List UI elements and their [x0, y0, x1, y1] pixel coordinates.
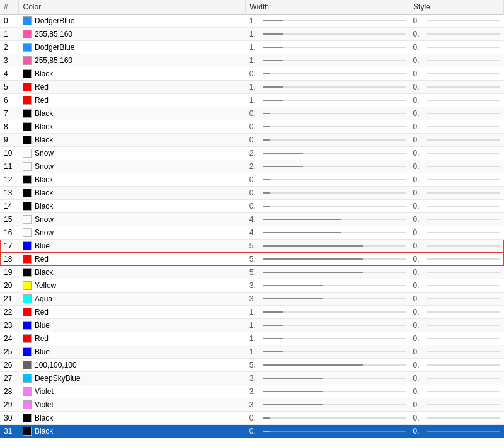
row-color: 255,85,160: [19, 54, 246, 67]
width-bar-fill: [263, 298, 323, 299]
table-row[interactable]: 19Black5.0.: [0, 266, 504, 279]
table-row[interactable]: 23Blue1.0.: [0, 319, 504, 332]
width-bar-track: [263, 47, 406, 48]
table-row[interactable]: 21Aqua3.0.: [0, 293, 504, 306]
color-label: Red: [35, 83, 49, 91]
row-id: 12: [0, 173, 19, 187]
color-swatch: [23, 387, 32, 396]
table-row[interactable]: 13Black0.0.: [0, 187, 504, 200]
style-bar-track: [427, 113, 500, 114]
table-row[interactable]: 24Red1.0.: [0, 332, 504, 345]
width-bar-fill: [263, 47, 284, 48]
row-color: Red: [19, 253, 246, 266]
row-style: 0.: [410, 41, 504, 54]
table-row[interactable]: 9Black0.0.: [0, 134, 504, 147]
color-swatch: [23, 175, 32, 184]
table-row[interactable]: 18Red5.0.: [0, 253, 504, 266]
style-bar-track: [427, 298, 500, 299]
style-value: 0.: [413, 109, 425, 118]
width-bar-fill: [263, 113, 270, 114]
row-style: 0.: [410, 28, 504, 41]
row-style: 0.: [410, 81, 504, 94]
table-row[interactable]: 22Red1.0.: [0, 306, 504, 319]
width-bar-fill: [263, 166, 303, 167]
row-width: 1.: [246, 319, 410, 332]
row-style: 0.: [410, 425, 504, 438]
style-bar-track: [427, 285, 500, 286]
table-row[interactable]: 31Black0.0.: [0, 425, 504, 438]
table-row[interactable]: 5Red1.0.: [0, 81, 504, 94]
width-bar-fill: [263, 206, 270, 207]
table-row[interactable]: 11Snow2.0.: [0, 160, 504, 173]
row-width: 5.: [246, 253, 410, 266]
row-color: Black: [19, 173, 246, 187]
row-width: 1.: [246, 94, 410, 107]
table-row[interactable]: 0DodgerBlue1.0.: [0, 15, 504, 28]
row-style: 0.: [410, 213, 504, 226]
table-row[interactable]: 25Blue1.0.: [0, 345, 504, 359]
table-row[interactable]: 27DeepSkyBlue3.0.: [0, 372, 504, 385]
style-value: 0.: [413, 387, 425, 396]
color-label: 100,100,100: [35, 361, 77, 369]
table-row[interactable]: 1255,85,1601.0.: [0, 28, 504, 41]
row-style: 0.: [410, 293, 504, 306]
table-row[interactable]: 14Black0.0.: [0, 200, 504, 213]
table-row[interactable]: 15Snow4.0.: [0, 213, 504, 226]
color-label: Black: [35, 189, 53, 197]
width-value: 5.: [249, 361, 261, 369]
data-table: # Color Width Style 0DodgerBlue1.0.1255,…: [0, 0, 504, 438]
table-row[interactable]: 16Snow4.0.: [0, 226, 504, 240]
style-value: 0.: [413, 69, 425, 78]
width-bar-track: [263, 60, 406, 61]
width-value: 0.: [249, 175, 261, 184]
row-id: 15: [0, 213, 19, 226]
style-value: 0.: [413, 294, 425, 303]
width-value: 3.: [249, 374, 261, 383]
table-row[interactable]: 7Black0.0.: [0, 107, 504, 120]
row-color: Black: [19, 425, 246, 438]
table-row[interactable]: 10Snow2.0.: [0, 147, 504, 160]
row-width: 2.: [246, 160, 410, 173]
width-bar-track: [263, 73, 406, 74]
table-row[interactable]: 20Yellow3.0.: [0, 279, 504, 293]
table-row[interactable]: 2DodgerBlue1.0.: [0, 41, 504, 54]
table-row[interactable]: 26100,100,1005.0.: [0, 359, 504, 372]
row-style: 0.: [410, 372, 504, 385]
width-bar-track: [263, 86, 406, 88]
row-color: 255,85,160: [19, 28, 246, 41]
width-bar-fill: [263, 258, 363, 260]
width-value: 5.: [249, 241, 261, 250]
row-color: Red: [19, 81, 246, 94]
width-bar-track: [263, 272, 406, 273]
table-row[interactable]: 28Violet3.0.: [0, 385, 504, 398]
style-value: 0.: [413, 43, 425, 52]
table-row[interactable]: 8Black0.0.: [0, 120, 504, 134]
width-value: 4.: [249, 215, 261, 224]
table-row[interactable]: 30Black0.0.: [0, 412, 504, 425]
table-row[interactable]: 3255,85,1601.0.: [0, 54, 504, 67]
row-id: 20: [0, 279, 19, 293]
row-width: 1.: [246, 54, 410, 67]
width-value: 0.: [249, 136, 261, 144]
color-swatch: [23, 109, 32, 118]
main-table-container[interactable]: # Color Width Style 0DodgerBlue1.0.1255,…: [0, 0, 504, 447]
color-swatch: [23, 334, 32, 343]
row-id: 24: [0, 332, 19, 345]
row-id: 30: [0, 412, 19, 425]
color-swatch: [23, 215, 32, 224]
row-style: 0.: [410, 67, 504, 81]
row-id: 14: [0, 200, 19, 213]
row-style: 0.: [410, 412, 504, 425]
style-bar-track: [427, 364, 500, 366]
table-row[interactable]: 12Black0.0.: [0, 173, 504, 187]
table-row[interactable]: 29Violet3.0.: [0, 398, 504, 412]
table-row[interactable]: 6Red1.0.: [0, 94, 504, 107]
row-color: Yellow: [19, 279, 246, 293]
table-row[interactable]: 4Black0.0.: [0, 67, 504, 81]
table-row[interactable]: 17Blue5.0.: [0, 240, 504, 253]
row-width: 1.: [246, 306, 410, 319]
width-bar-track: [263, 258, 406, 260]
color-swatch: [23, 202, 32, 211]
color-swatch: [23, 83, 32, 91]
color-label: Red: [35, 255, 49, 264]
